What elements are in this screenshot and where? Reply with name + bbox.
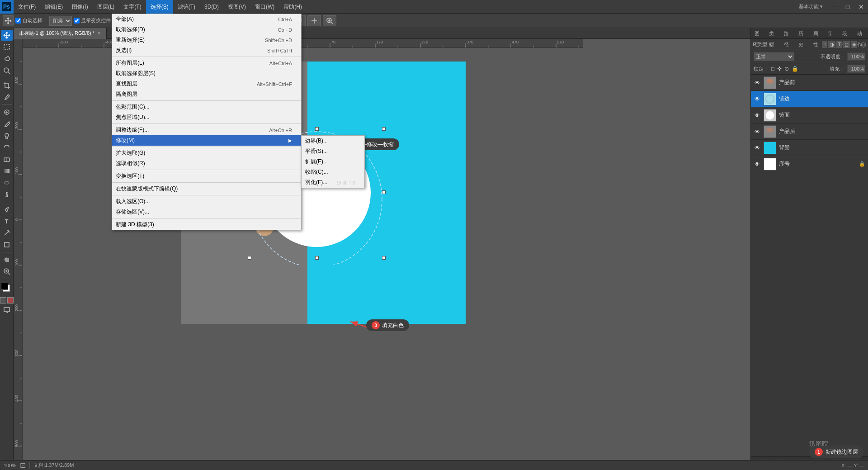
document-tab-close[interactable]: ✕ bbox=[97, 31, 101, 36]
lock-artboard-checkbox[interactable]: ⊙ bbox=[784, 66, 789, 72]
deselect[interactable]: 取消选择(D) Ctrl+D bbox=[112, 24, 301, 35]
color-swatches[interactable] bbox=[1, 283, 13, 294]
auto-select-dropdown[interactable]: 图层 bbox=[49, 16, 72, 26]
3d-pan-button[interactable] bbox=[307, 15, 321, 26]
zoom-fit-icon[interactable]: ⊡ bbox=[20, 461, 26, 470]
lock-all-checkbox[interactable]: 🔒 bbox=[792, 66, 798, 72]
layer-item-background[interactable]: 👁 背景 bbox=[751, 140, 868, 156]
tab-history[interactable]: 历史 bbox=[795, 28, 809, 39]
document-tab[interactable]: 未标题-1 @ 100% (镜边, RGB/8) * ✕ bbox=[14, 28, 107, 39]
refine-edge[interactable]: 调整边缘(F)... Alt+Ctrl+R bbox=[112, 125, 301, 135]
expand[interactable]: 扩展(E)... bbox=[302, 157, 364, 167]
all-layers[interactable]: 所有图层(L) Alt+Ctrl+A bbox=[112, 58, 301, 68]
transform-selection[interactable]: 变换选区(T) bbox=[112, 171, 301, 181]
layer-item-product-back[interactable]: 👁 产品后 bbox=[751, 123, 868, 140]
opacity-input[interactable] bbox=[847, 52, 865, 61]
menu-file[interactable]: 文件(F) bbox=[14, 0, 40, 14]
smooth[interactable]: 平滑(S)... bbox=[302, 146, 364, 157]
quick-mask-mode[interactable] bbox=[7, 297, 14, 304]
new-3d-model[interactable]: 新建 3D 模型(3) bbox=[112, 219, 301, 230]
menu-filter[interactable]: 滤镜(T) bbox=[173, 0, 200, 14]
layer-vis-mirror-edge[interactable]: 👁 bbox=[754, 95, 761, 103]
focus-area[interactable]: 焦点区域(U)... bbox=[112, 112, 301, 123]
inverse[interactable]: 反选(I) Shift+Ctrl+I bbox=[112, 45, 301, 56]
menu-window[interactable]: 窗口(W) bbox=[250, 0, 279, 14]
layer-vis-product-back[interactable]: 👁 bbox=[754, 128, 761, 135]
layer-item-sequence[interactable]: 👁 序号 🔒 bbox=[751, 156, 868, 172]
blend-mode-select[interactable]: 正常 bbox=[754, 52, 794, 61]
3d-zoom-button[interactable] bbox=[323, 15, 336, 26]
menu-image[interactable]: 图像(I) bbox=[67, 0, 92, 14]
menu-view[interactable]: 视图(V) bbox=[223, 0, 250, 14]
menu-edit[interactable]: 编辑(E) bbox=[40, 0, 67, 14]
layer-vis-background[interactable]: 👁 bbox=[754, 144, 761, 152]
layer-vis-sequence[interactable]: 👁 bbox=[754, 161, 761, 168]
search-dropdown-icon[interactable]: ▾ bbox=[769, 42, 772, 47]
dodge-tool[interactable] bbox=[1, 189, 13, 200]
lasso-tool[interactable] bbox=[1, 53, 13, 64]
tab-actions[interactable]: 动作 bbox=[854, 28, 868, 39]
move-tool-icon[interactable] bbox=[3, 15, 14, 26]
filter-shape[interactable]: ◻ bbox=[843, 41, 850, 48]
crop-tool[interactable] bbox=[1, 80, 13, 91]
spot-heal-tool[interactable] bbox=[1, 107, 13, 118]
lock-px-checkbox[interactable]: □ bbox=[771, 66, 774, 72]
similar[interactable]: 选取相似(R) bbox=[112, 158, 301, 169]
isolate-layers[interactable]: 隔离图层 bbox=[112, 89, 301, 100]
grow[interactable]: 扩大选取(G) bbox=[112, 148, 301, 158]
menu-help[interactable]: 帮助(H) bbox=[279, 0, 307, 14]
menu-text[interactable]: 文字(T) bbox=[119, 0, 146, 14]
filter-smart[interactable]: ◈ bbox=[851, 41, 857, 48]
show-transform-checkbox[interactable]: 显示变换控件 bbox=[74, 17, 111, 24]
border[interactable]: 边界(B)... bbox=[302, 136, 364, 146]
filter-pixel[interactable]: □ bbox=[822, 41, 828, 48]
minimize-button[interactable]: ─ bbox=[827, 0, 841, 14]
find-layers[interactable]: 查找图层 Alt+Shift+Ctrl+F bbox=[112, 79, 301, 89]
eraser-tool[interactable] bbox=[1, 154, 13, 165]
screen-mode[interactable] bbox=[3, 306, 10, 315]
layer-item-product-front[interactable]: 👁 产品前 bbox=[751, 75, 868, 91]
maximize-button[interactable]: □ bbox=[841, 0, 854, 14]
fill-input[interactable] bbox=[847, 65, 865, 73]
tab-layers[interactable]: 图层 bbox=[751, 28, 765, 39]
type-tool[interactable]: T bbox=[1, 216, 13, 227]
feather[interactable]: 羽化(F)... Shift+F6 bbox=[302, 177, 364, 188]
save-selection[interactable]: 存储选区(V)... bbox=[112, 207, 301, 217]
history-brush-tool[interactable] bbox=[1, 142, 13, 153]
brush-tool[interactable] bbox=[1, 119, 13, 129]
filter-toggle[interactable]: ◎ bbox=[861, 41, 866, 48]
marquee-tool[interactable] bbox=[1, 42, 13, 52]
eyedropper-tool[interactable] bbox=[1, 92, 13, 103]
foreground-color[interactable] bbox=[1, 283, 8, 290]
filter-type[interactable]: T bbox=[836, 41, 842, 48]
menu-layer[interactable]: 图层(L) bbox=[93, 0, 119, 14]
select-all[interactable]: 全部(A) Ctrl+A bbox=[112, 14, 301, 24]
color-range[interactable]: 色彩范围(C)... bbox=[112, 102, 301, 112]
gradient-tool[interactable] bbox=[1, 166, 13, 176]
filter-adj[interactable]: ◑ bbox=[828, 41, 835, 48]
standard-mode[interactable] bbox=[0, 297, 6, 304]
close-button[interactable]: ✕ bbox=[854, 0, 868, 14]
auto-select-checkbox[interactable]: 自动选择： bbox=[15, 17, 47, 24]
lock-move-checkbox[interactable]: ✜ bbox=[777, 66, 782, 72]
tab-paths[interactable]: 路径 bbox=[780, 28, 795, 39]
zoom-tool[interactable] bbox=[1, 266, 13, 277]
tab-properties[interactable]: 属性 bbox=[810, 28, 824, 39]
layer-item-mirror-surface[interactable]: 👁 镜面 bbox=[751, 107, 868, 123]
clone-stamp-tool[interactable] bbox=[1, 130, 13, 141]
path-select-tool[interactable] bbox=[1, 228, 13, 238]
shape-tool[interactable] bbox=[1, 239, 13, 250]
hand-tool[interactable] bbox=[1, 254, 13, 265]
menu-3d[interactable]: 3D(D) bbox=[200, 0, 223, 14]
layer-vis-mirror-surface[interactable]: 👁 bbox=[754, 112, 761, 119]
tab-type[interactable]: 类型 bbox=[765, 28, 780, 39]
quick-select-tool[interactable] bbox=[1, 65, 13, 76]
layer-item-mirror-edge[interactable]: 👁 镜边 bbox=[751, 91, 868, 107]
pen-tool[interactable] bbox=[1, 204, 13, 215]
reselect[interactable]: 重新选择(E) Shift+Ctrl+D bbox=[112, 35, 301, 45]
contract[interactable]: 收缩(C)... bbox=[302, 167, 364, 177]
modify-menu[interactable]: 修改(M) ▶ 边界(B)... 平滑(S)... 扩展(E)... 收缩(C)… bbox=[112, 135, 301, 146]
deselect-layers[interactable]: 取消选择图层(S) bbox=[112, 68, 301, 79]
load-selection[interactable]: 载入选区(O)... bbox=[112, 196, 301, 207]
move-tool[interactable] bbox=[1, 30, 13, 41]
